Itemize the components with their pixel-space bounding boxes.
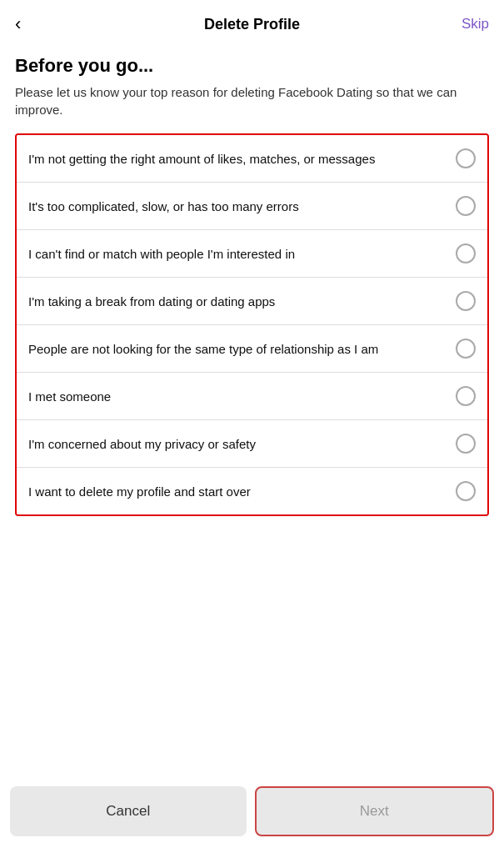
- footer: Cancel Next: [0, 778, 504, 853]
- radio-button[interactable]: [456, 148, 476, 168]
- radio-button[interactable]: [456, 291, 476, 311]
- option-text: People are not looking for the same type…: [28, 340, 456, 358]
- option-item[interactable]: I met someone: [17, 373, 487, 420]
- option-item[interactable]: I want to delete my profile and start ov…: [17, 468, 487, 514]
- radio-button[interactable]: [456, 196, 476, 216]
- option-text: I can't find or match with people I'm in…: [28, 245, 456, 263]
- option-text: I met someone: [28, 388, 456, 405]
- radio-button[interactable]: [456, 434, 476, 454]
- app-header: ‹ Delete Profile Skip: [0, 0, 504, 45]
- cancel-button[interactable]: Cancel: [10, 786, 247, 836]
- option-item[interactable]: It's too complicated, slow, or has too m…: [17, 183, 487, 230]
- option-item[interactable]: I'm taking a break from dating or dating…: [17, 278, 487, 325]
- option-text: I'm concerned about my privacy or safety: [28, 435, 456, 453]
- options-list: I'm not getting the right amount of like…: [15, 133, 489, 516]
- option-text: It's too complicated, slow, or has too m…: [28, 198, 456, 215]
- radio-button[interactable]: [456, 243, 476, 263]
- next-button[interactable]: Next: [255, 786, 495, 836]
- option-text: I'm taking a break from dating or dating…: [28, 293, 456, 310]
- back-button[interactable]: ‹: [15, 13, 21, 35]
- option-item[interactable]: I'm not getting the right amount of like…: [17, 135, 487, 183]
- option-text: I want to delete my profile and start ov…: [28, 483, 456, 500]
- page-title: Delete Profile: [204, 16, 300, 33]
- radio-button[interactable]: [456, 481, 476, 501]
- main-content: Before you go... Please let us know your…: [0, 45, 504, 778]
- option-text: I'm not getting the right amount of like…: [28, 150, 456, 168]
- skip-button[interactable]: Skip: [462, 16, 489, 33]
- radio-button[interactable]: [456, 339, 476, 359]
- option-item[interactable]: I can't find or match with people I'm in…: [17, 230, 487, 278]
- option-item[interactable]: People are not looking for the same type…: [17, 325, 487, 373]
- radio-button[interactable]: [456, 386, 476, 406]
- before-subtext: Please let us know your top reason for d…: [15, 83, 489, 118]
- before-heading: Before you go...: [15, 55, 489, 77]
- option-item[interactable]: I'm concerned about my privacy or safety: [17, 420, 487, 468]
